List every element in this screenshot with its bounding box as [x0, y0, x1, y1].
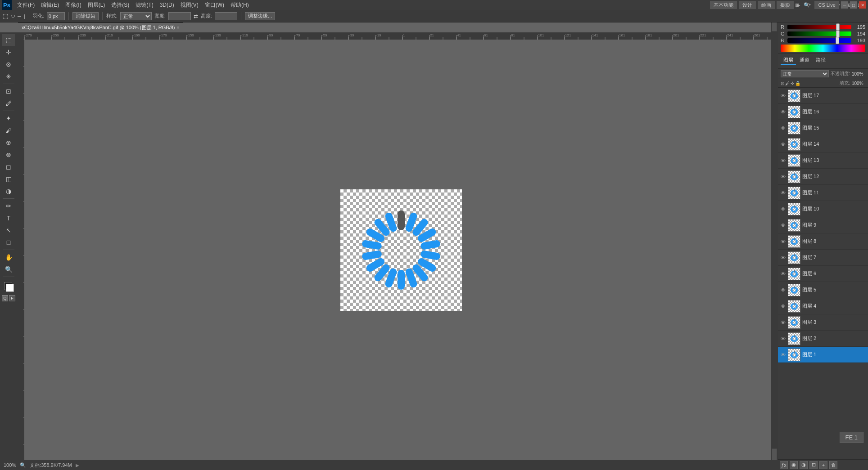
- layer-eye-12[interactable]: 👁: [780, 174, 786, 180]
- history-brush-tool[interactable]: ⊛: [2, 149, 15, 161]
- g-slider-thumb[interactable]: [836, 30, 840, 37]
- style-select[interactable]: 正常 固定比例 固定大小: [120, 12, 152, 20]
- fg-bg-colors[interactable]: [2, 280, 15, 293]
- menu-view[interactable]: 视图(V): [178, 0, 201, 10]
- menu-image[interactable]: 图像(I): [63, 0, 84, 10]
- active-tab[interactable]: xCQza9LIlmux5b5okYa4GKVnj8kwPhnC.gif @ 1…: [18, 22, 183, 32]
- maximize-btn[interactable]: □: [850, 1, 857, 9]
- layer-eye-6[interactable]: 👁: [780, 271, 786, 277]
- layer-item-5[interactable]: 👁图层 5: [778, 282, 868, 298]
- layer-eye-11[interactable]: 👁: [780, 190, 786, 196]
- layer-fx-btn[interactable]: ƒx: [780, 461, 788, 469]
- b-slider-thumb[interactable]: [836, 37, 839, 44]
- move-tool[interactable]: ✛: [2, 46, 15, 58]
- lasso-tool[interactable]: ⊗: [2, 58, 15, 70]
- lock-transparent-icon[interactable]: ⊡: [781, 81, 784, 86]
- brush-tool[interactable]: 🖌: [2, 125, 15, 136]
- menu-3d[interactable]: 3D(D): [157, 1, 177, 9]
- layer-item-1[interactable]: 👁图层 1: [778, 347, 868, 363]
- layer-eye-3[interactable]: 👁: [780, 319, 786, 326]
- g-slider-track[interactable]: [787, 31, 851, 36]
- layer-item-3[interactable]: 👁图层 3: [778, 314, 868, 331]
- extra-btn[interactable]: ▶: [796, 2, 801, 8]
- paths-adj-tab[interactable]: 路径: [813, 56, 828, 65]
- layer-item-8[interactable]: 👁图层 8: [778, 233, 868, 250]
- menu-edit[interactable]: 编辑(E): [38, 0, 62, 10]
- layer-item-16[interactable]: 👁图层 16: [778, 104, 868, 120]
- layer-eye-15[interactable]: 👁: [780, 125, 786, 131]
- layer-new-btn[interactable]: +: [819, 461, 827, 469]
- shape-tool[interactable]: □: [2, 237, 15, 248]
- clone-tool[interactable]: ⊕: [2, 137, 15, 148]
- menu-select[interactable]: 选择(S): [108, 0, 132, 10]
- eraser-tool[interactable]: ◻: [2, 161, 15, 173]
- menu-help[interactable]: 帮助(H): [228, 0, 252, 10]
- channels-adj-tab[interactable]: 通道: [797, 56, 812, 65]
- design-btn[interactable]: 设计: [739, 1, 756, 9]
- layer-delete-btn[interactable]: 🗑: [829, 461, 837, 469]
- feather-input[interactable]: [47, 12, 65, 20]
- magic-wand-tool[interactable]: ✳: [2, 71, 15, 82]
- layers-adj-tab[interactable]: 图层: [781, 56, 796, 65]
- r-slider-track[interactable]: [787, 25, 851, 29]
- text-tool[interactable]: T: [2, 212, 15, 224]
- layer-eye-13[interactable]: 👁: [780, 157, 786, 164]
- lock-all-icon[interactable]: 🔒: [795, 81, 800, 86]
- dodge-tool[interactable]: ◑: [2, 185, 15, 197]
- layer-item-9[interactable]: 👁图层 9: [778, 217, 868, 233]
- layer-eye-10[interactable]: 👁: [780, 206, 786, 212]
- photo-btn[interactable]: 摄影: [777, 1, 794, 9]
- layer-item-7[interactable]: 👁图层 7: [778, 250, 868, 266]
- marquee-tool[interactable]: ⬚: [2, 34, 15, 46]
- lock-position-icon[interactable]: ✛: [791, 81, 794, 86]
- menu-file[interactable]: 文件(F): [14, 0, 37, 10]
- eyedropper-tool[interactable]: 🖉: [2, 98, 15, 109]
- layer-eye-1[interactable]: 👁: [780, 352, 786, 358]
- layer-mask-btn[interactable]: ◉: [790, 461, 798, 469]
- layer-eye-2[interactable]: 👁: [780, 336, 786, 342]
- layer-item-13[interactable]: 👁图层 13: [778, 152, 868, 169]
- layer-group-btn[interactable]: ⊡: [809, 461, 818, 469]
- layer-eye-4[interactable]: 👁: [780, 303, 786, 309]
- layer-adj-btn[interactable]: ◑: [800, 461, 808, 469]
- draw-btn[interactable]: 绘画: [758, 1, 775, 9]
- basic-function-btn[interactable]: 基本功能: [710, 1, 737, 9]
- layer-eye-16[interactable]: 👁: [780, 109, 786, 115]
- layer-item-15[interactable]: 👁图层 15: [778, 120, 868, 136]
- layer-eye-9[interactable]: 👁: [780, 222, 786, 228]
- layer-eye-8[interactable]: 👁: [780, 238, 786, 245]
- layer-item-4[interactable]: 👁图层 4: [778, 298, 868, 314]
- blend-mode-select[interactable]: 正常 溶解 正片叠底: [781, 70, 829, 77]
- b-slider-track[interactable]: [787, 38, 851, 43]
- select-tool[interactable]: ↖: [2, 224, 15, 236]
- layer-item-2[interactable]: 👁图层 2: [778, 331, 868, 347]
- layer-item-12[interactable]: 👁图层 12: [778, 169, 868, 185]
- crop-tool[interactable]: ⊡: [2, 85, 15, 97]
- layer-eye-17[interactable]: 👁: [780, 93, 786, 99]
- pen-tool[interactable]: ✏: [2, 200, 15, 212]
- menu-filter[interactable]: 滤镜(T): [133, 0, 156, 10]
- cslive-btn[interactable]: CS Live: [814, 1, 839, 9]
- layer-eye-7[interactable]: 👁: [780, 255, 786, 261]
- smooth-btn[interactable]: 消除锯齿: [72, 12, 99, 20]
- mask-mode-icon[interactable]: Q: [2, 295, 8, 301]
- tab-close-btn[interactable]: ×: [177, 25, 180, 30]
- gradient-tool[interactable]: ◫: [2, 173, 15, 185]
- width-input[interactable]: [168, 12, 191, 20]
- minimize-btn[interactable]: ─: [841, 1, 848, 9]
- layer-eye-5[interactable]: 👁: [780, 287, 786, 293]
- lock-image-icon[interactable]: 🖌: [785, 81, 790, 86]
- close-btn[interactable]: ✕: [859, 1, 866, 9]
- menu-window[interactable]: 窗口(W): [202, 0, 227, 10]
- height-input[interactable]: [215, 12, 237, 20]
- r-slider-thumb[interactable]: [836, 23, 840, 31]
- menu-layer[interactable]: 图层(L): [85, 0, 108, 10]
- layer-item-14[interactable]: 👁图层 14: [778, 136, 868, 152]
- screen-mode-icon[interactable]: F: [9, 295, 15, 301]
- layer-eye-14[interactable]: 👁: [780, 141, 786, 148]
- layer-item-17[interactable]: 👁图层 17: [778, 88, 868, 104]
- heal-tool[interactable]: ✦: [2, 112, 15, 124]
- adjust-edge-btn[interactable]: 调整边缘...: [245, 12, 275, 20]
- zoom-tool[interactable]: 🔍: [2, 264, 15, 275]
- layer-item-6[interactable]: 👁图层 6: [778, 266, 868, 282]
